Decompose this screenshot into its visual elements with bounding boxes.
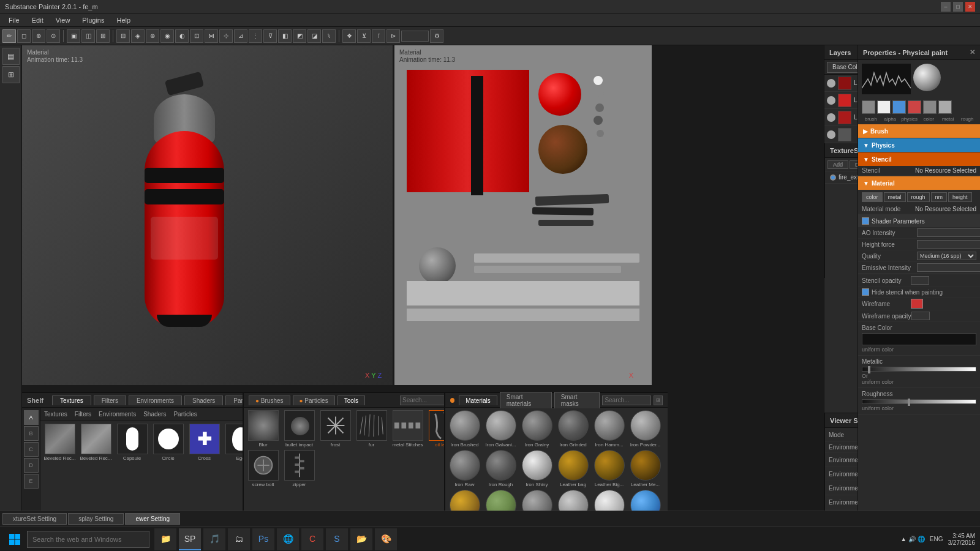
- mat-tab-masks[interactable]: Smart masks: [554, 392, 600, 408]
- mat-search-input[interactable]: [602, 395, 651, 405]
- sp-quality-select[interactable]: Medium (16 spp): [917, 252, 976, 260]
- hide-stencil-checkbox[interactable]: [862, 288, 869, 296]
- tex-item-circle[interactable]: Circle: [151, 424, 185, 461]
- display-setting-tab[interactable]: splay Setting: [68, 513, 124, 525]
- layer-11-visibility[interactable]: [827, 96, 835, 105]
- ch-height[interactable]: height: [948, 192, 972, 202]
- taskbar-photoshop[interactable]: Ps: [252, 528, 274, 550]
- start-button[interactable]: [5, 530, 24, 549]
- tools-tab-tools[interactable]: Tools: [337, 395, 365, 405]
- cat-all[interactable]: A: [24, 410, 39, 425]
- tool-erase[interactable]: ◻: [17, 29, 31, 43]
- mat-item-leather-me[interactable]: Leather Me...: [628, 450, 662, 487]
- tool-h[interactable]: ⊹: [219, 29, 233, 43]
- wireframe-opacity-input[interactable]: 40: [911, 312, 930, 320]
- taskbar-browser[interactable]: 🌐: [277, 528, 299, 550]
- layer-12-visibility[interactable]: [827, 79, 835, 88]
- minimize-button[interactable]: –: [941, 2, 951, 12]
- tool-m[interactable]: ◩: [293, 29, 306, 43]
- tool-e[interactable]: ◐: [175, 29, 189, 43]
- taskbar-substance[interactable]: SP: [179, 528, 201, 550]
- swatch-brush[interactable]: [862, 100, 875, 114]
- menu-view[interactable]: View: [50, 15, 77, 25]
- roughness-slider-thumb[interactable]: [908, 399, 910, 406]
- shelf-tab-shaders[interactable]: Shaders: [184, 395, 223, 405]
- viewport-uv[interactable]: Material Animation time: 11.3: [394, 45, 652, 385]
- material-section-title[interactable]: ▼ Material: [858, 176, 980, 190]
- mat-item-iron-galvani[interactable]: Iron Galvani...: [484, 410, 518, 448]
- tool-i[interactable]: ⊿: [234, 29, 247, 43]
- mat-item-iron-grainy[interactable]: Iron Grainy: [520, 410, 554, 448]
- taskbar-fileexp[interactable]: 📂: [350, 528, 372, 550]
- sp-header[interactable]: Shader Parameters: [858, 215, 980, 227]
- tools-tab-brushes[interactable]: ● Brushes: [249, 395, 290, 405]
- tool-select[interactable]: ⊕: [32, 29, 45, 43]
- ch-rough[interactable]: rough: [907, 192, 930, 202]
- tool-s[interactable]: ⊳: [386, 29, 400, 43]
- tex-item-cross[interactable]: ✚ Cross: [187, 424, 221, 461]
- swatch-alpha[interactable]: [877, 100, 891, 114]
- tool-3d[interactable]: ▣: [67, 29, 80, 43]
- tool-f[interactable]: ⊡: [190, 29, 203, 43]
- taskbar-file-mgr[interactable]: 🗂: [228, 528, 250, 550]
- tool-b[interactable]: ◈: [131, 29, 145, 43]
- mat-grid-btn[interactable]: ⊞: [654, 395, 663, 405]
- tool-uv[interactable]: ⊞: [96, 29, 110, 43]
- physics-section-title[interactable]: ▼ Physics: [858, 138, 980, 152]
- shelf-tab-textures[interactable]: Textures: [52, 395, 91, 405]
- textureset-add-btn[interactable]: Add: [827, 160, 848, 169]
- ch-nm[interactable]: nm: [931, 192, 948, 202]
- brush-item-screwbolt[interactable]: screw bolt: [246, 450, 280, 487]
- tool-d[interactable]: ◉: [160, 29, 174, 43]
- menu-help[interactable]: Help: [110, 15, 137, 25]
- tool-o[interactable]: ⑊: [322, 29, 336, 43]
- swatch-rough[interactable]: [938, 100, 952, 114]
- tool-r[interactable]: ⊺: [372, 29, 385, 43]
- tool-a[interactable]: ⊟: [116, 29, 130, 43]
- maximize-button[interactable]: □: [953, 2, 963, 12]
- brush-item-stitches[interactable]: metal Stitches: [391, 410, 424, 448]
- sidebar-material[interactable]: ▤: [2, 48, 20, 65]
- swatch-color[interactable]: [908, 100, 921, 114]
- tex-item-bev2[interactable]: Beveled Rec...: [79, 424, 113, 461]
- brush-item-blur[interactable]: Blur: [246, 410, 280, 448]
- stencil-opacity-input[interactable]: 25: [911, 276, 929, 285]
- sp-height-input[interactable]: 1.00: [917, 240, 980, 249]
- layer-10-visibility[interactable]: [827, 113, 835, 122]
- brush-item-bullet[interactable]: bullet impact: [282, 410, 316, 448]
- ch-metal[interactable]: metal: [884, 192, 906, 202]
- textureset-setting-tab[interactable]: xtureSet Setting: [2, 513, 67, 525]
- tool-n[interactable]: ◪: [307, 29, 321, 43]
- menu-file[interactable]: File: [2, 15, 26, 25]
- brush-settings[interactable]: ⚙: [430, 29, 443, 43]
- menu-plugins[interactable]: Plugins: [76, 15, 110, 25]
- close-button[interactable]: ✕: [965, 2, 975, 12]
- viewport-3d[interactable]: Material Animation time: 11.3 X Y Z: [22, 45, 393, 385]
- wireframe-color-swatch[interactable]: [911, 299, 923, 309]
- mat-item-iron-raw[interactable]: Iron Raw: [448, 450, 481, 487]
- sp-checkbox[interactable]: [862, 217, 869, 225]
- cat-e[interactable]: E: [24, 474, 39, 489]
- sidebar-texture[interactable]: ⊞: [2, 66, 20, 83]
- tex-item-bev1[interactable]: Beveled Rec...: [43, 424, 77, 461]
- taskbar-chrome[interactable]: C: [301, 528, 323, 550]
- mat-item-leather-bag[interactable]: Leather bag: [556, 450, 590, 487]
- tex-item-capsule[interactable]: Capsule: [115, 424, 149, 461]
- taskbar-skype[interactable]: S: [326, 528, 348, 550]
- shelf-tab-filters[interactable]: Filters: [94, 395, 126, 405]
- shelf-tab-environments[interactable]: Environments: [129, 395, 182, 405]
- mat-tab-materials[interactable]: Materials: [459, 395, 497, 405]
- taskbar-audio[interactable]: 🎵: [203, 528, 225, 550]
- mat-item-iron-brushed[interactable]: Iron Brushed: [448, 410, 481, 448]
- brush-item-frost[interactable]: frost: [318, 410, 352, 448]
- tool-c[interactable]: ⊛: [146, 29, 159, 43]
- tool-j[interactable]: ⋮: [249, 29, 262, 43]
- stencil-section-title[interactable]: ▼ Stencil: [858, 152, 980, 166]
- viewer-setting-tab[interactable]: ewer Setting: [125, 513, 180, 525]
- cat-b[interactable]: B: [24, 426, 39, 441]
- menu-edit[interactable]: Edit: [26, 15, 50, 25]
- tool-fill[interactable]: ⊙: [47, 29, 60, 43]
- taskbar-search-input[interactable]: [27, 531, 149, 548]
- layer-x-visibility[interactable]: [827, 130, 835, 139]
- taskbar-explorer[interactable]: 📁: [154, 528, 176, 550]
